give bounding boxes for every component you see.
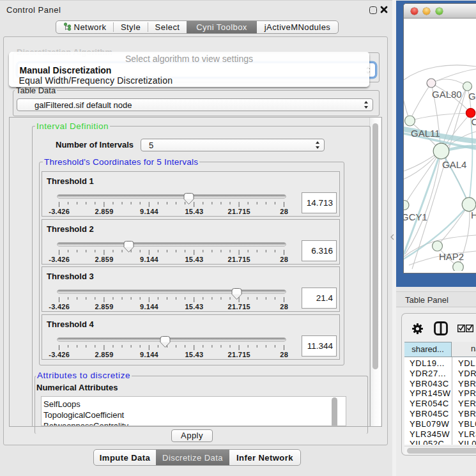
svg-text:GAL80: GAL80	[432, 89, 462, 100]
svg-text:GCY1: GCY1	[404, 211, 427, 222]
svg-text:HAP2: HAP2	[439, 251, 464, 262]
svg-text:GAL11: GAL11	[411, 128, 440, 139]
svg-text:H: H	[471, 210, 476, 220]
svg-text:GAL4: GAL4	[442, 159, 466, 170]
svg-text:C: C	[472, 116, 476, 127]
svg-text:G.: G.	[468, 91, 476, 102]
